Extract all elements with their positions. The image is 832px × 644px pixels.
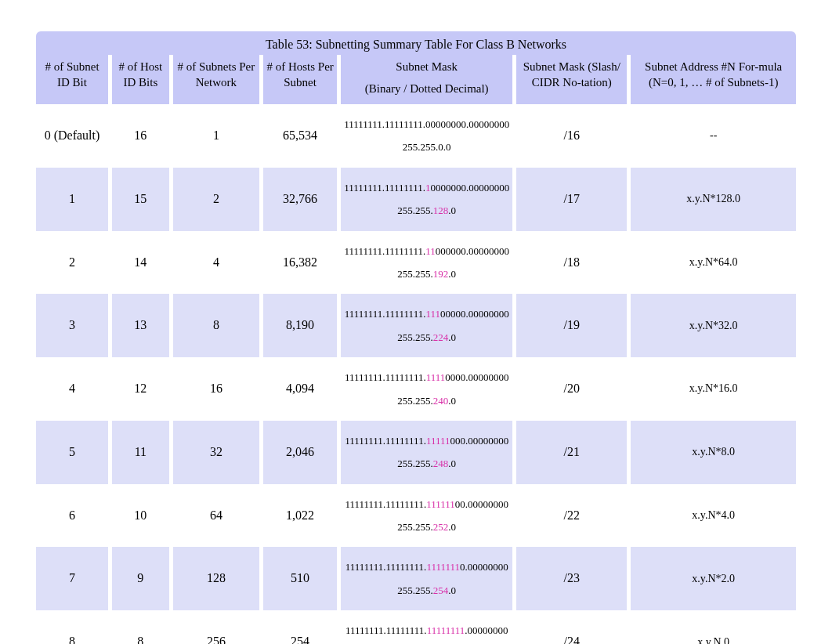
mask-binary: 11111111.11111111.11100000.00000000 (344, 305, 509, 323)
cell-hosts: 4,094 (263, 357, 337, 421)
cell-mask: 11111111.11111111.11000000.00000000255.2… (341, 231, 512, 295)
header-subnets: # of Subnets Per Network (173, 55, 259, 104)
cell-cidr: /24 (516, 610, 627, 644)
header-mask: Subnet Mask (Binary / Dotted Decimal) (341, 55, 512, 104)
cell-subnet-bits: 2 (36, 231, 108, 295)
subnetting-table: Table 53: Subnetting Summary Table For C… (32, 31, 800, 644)
mask-binary: 11111111.11111111.00000000.00000000 (344, 115, 509, 133)
formula-line: x.y.N*4.0 (692, 509, 735, 521)
header-host-bits: # of Host ID Bits (112, 55, 169, 104)
cell-formula: -- (631, 104, 796, 168)
header-cidr: Subnet Mask (Slash/ CIDR No-tation) (516, 55, 627, 104)
cell-formula: x.y.N*4.0 (631, 484, 796, 548)
header-formula: Subnet Address #N For-mula (N=0, 1, … # … (631, 55, 796, 104)
cell-mask: 11111111.11111111.11111110.00000000255.2… (341, 547, 512, 610)
cell-cidr: /19 (516, 294, 627, 357)
cell-formula: x.y.N*64.0 (631, 231, 796, 295)
cell-mask: 11111111.11111111.11100000.00000000255.2… (341, 294, 512, 357)
mask-binary: 11111111.11111111.11000000.00000000 (344, 242, 509, 260)
cell-formula: x.y.N*16.0 (631, 357, 796, 421)
cell-subnets: 256 (173, 610, 259, 644)
cell-host-bits: 12 (112, 357, 169, 421)
cell-subnet-bits: 5 (36, 421, 108, 484)
mask-decimal: 255.255.224.0 (344, 328, 509, 346)
cell-mask: 11111111.11111111.00000000.00000000255.2… (341, 104, 512, 168)
cell-mask: 11111111.11111111.11111111.00000000255.2… (341, 610, 512, 644)
cell-cidr: /17 (516, 168, 627, 231)
cell-cidr: /18 (516, 231, 627, 295)
table-title: Table 53: Subnetting Summary Table For C… (36, 31, 796, 55)
cell-subnet-bits: 3 (36, 294, 108, 357)
formula-line: x.y.N*2.0 (692, 573, 735, 584)
cell-formula: x.y.N.0 (631, 610, 796, 644)
cell-host-bits: 11 (112, 421, 169, 484)
mask-decimal: 255.255.192.0 (344, 265, 509, 283)
header-subnet-bits: # of Subnet ID Bit (36, 55, 108, 104)
table-header-row: # of Subnet ID Bit # of Host ID Bits # o… (36, 55, 796, 104)
mask-decimal: 255.255.0.0 (344, 138, 509, 156)
subnetting-table-container: Table 53: Subnetting Summary Table For C… (32, 31, 800, 644)
cell-hosts: 8,190 (263, 294, 337, 357)
cell-subnets: 128 (173, 547, 259, 610)
mask-binary: 11111111.11111111.11111110.00000000 (344, 558, 509, 576)
cell-host-bits: 10 (112, 484, 169, 548)
mask-binary: 11111111.11111111.11111100.00000000 (344, 495, 509, 513)
cell-cidr: /20 (516, 357, 627, 421)
cell-subnet-bits: 6 (36, 484, 108, 548)
cell-hosts: 16,382 (263, 231, 337, 295)
mask-binary: 11111111.11111111.11110000.00000000 (344, 368, 509, 386)
cell-cidr: /23 (516, 547, 627, 610)
cell-hosts: 254 (263, 610, 337, 644)
cell-subnets: 64 (173, 484, 259, 548)
cell-subnets: 32 (173, 421, 259, 484)
cell-hosts: 65,534 (263, 104, 337, 168)
table-row: 115232,76611111111.11111111.10000000.000… (36, 168, 796, 231)
formula-line: x.y.N*64.0 (689, 256, 738, 268)
cell-subnets: 4 (173, 231, 259, 295)
cell-hosts: 1,022 (263, 484, 337, 548)
table-title-row: Table 53: Subnetting Summary Table For C… (36, 31, 796, 55)
cell-host-bits: 9 (112, 547, 169, 610)
cell-hosts: 510 (263, 547, 337, 610)
table-row: 7912851011111111.11111111.11111110.00000… (36, 547, 796, 610)
table-row: 31388,19011111111.11111111.11100000.0000… (36, 294, 796, 357)
table-row: 214416,38211111111.11111111.11000000.000… (36, 231, 796, 295)
formula-line: -- (710, 129, 717, 141)
cell-cidr: /22 (516, 484, 627, 548)
table-row: 0 (Default)16165,53411111111.11111111.00… (36, 104, 796, 168)
mask-decimal: 255.255.252.0 (344, 518, 509, 536)
cell-mask: 11111111.11111111.11110000.00000000255.2… (341, 357, 512, 421)
cell-formula: x.y.N*128.0 (631, 168, 796, 231)
cell-subnets: 16 (173, 357, 259, 421)
cell-formula: x.y.N*32.0 (631, 294, 796, 357)
cell-host-bits: 16 (112, 104, 169, 168)
cell-mask: 11111111.11111111.11111100.00000000255.2… (341, 484, 512, 548)
cell-host-bits: 13 (112, 294, 169, 357)
header-hosts: # of Hosts Per Subnet (263, 55, 337, 104)
cell-subnet-bits: 4 (36, 357, 108, 421)
cell-subnet-bits: 7 (36, 547, 108, 610)
table-row: 412164,09411111111.11111111.11110000.000… (36, 357, 796, 421)
mask-binary: 11111111.11111111.11111000.00000000 (344, 432, 509, 450)
table-row: 511322,04611111111.11111111.11111000.000… (36, 421, 796, 484)
formula-line: x.y.N*128.0 (686, 193, 740, 204)
mask-binary: 11111111.11111111.10000000.00000000 (344, 179, 509, 197)
formula-line: x.y.N*16.0 (689, 382, 738, 394)
cell-mask: 11111111.11111111.10000000.00000000255.2… (341, 168, 512, 231)
cell-subnet-bits: 8 (36, 610, 108, 644)
cell-cidr: /21 (516, 421, 627, 484)
cell-formula: x.y.N*2.0 (631, 547, 796, 610)
formula-line: x.y.N.0 (697, 636, 729, 644)
cell-host-bits: 15 (112, 168, 169, 231)
mask-decimal: 255.255.240.0 (344, 392, 509, 410)
cell-subnet-bits: 0 (Default) (36, 104, 108, 168)
cell-hosts: 32,766 (263, 168, 337, 231)
cell-subnets: 2 (173, 168, 259, 231)
table-row: 8825625411111111.11111111.11111111.00000… (36, 610, 796, 644)
table-row: 610641,02211111111.11111111.11111100.000… (36, 484, 796, 548)
cell-formula: x.y.N*8.0 (631, 421, 796, 484)
mask-decimal: 255.255.254.0 (344, 581, 509, 599)
cell-host-bits: 14 (112, 231, 169, 295)
cell-subnet-bits: 1 (36, 168, 108, 231)
formula-line: x.y.N*8.0 (692, 446, 735, 458)
